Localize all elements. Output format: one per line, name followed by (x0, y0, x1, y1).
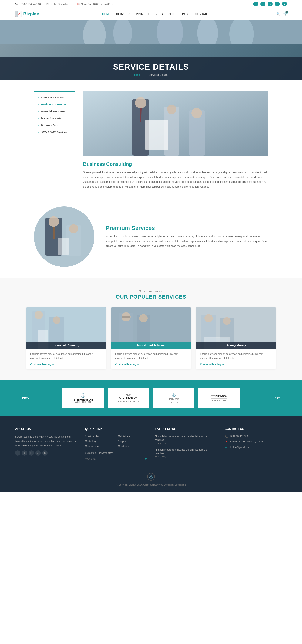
service-card-link-3[interactable]: Continue Reading → (200, 363, 224, 366)
news-link-1[interactable]: Financial express announce the sha list … (155, 434, 217, 442)
nav-shop-link[interactable]: SHOP (168, 12, 176, 16)
service-card-image-2: Investment Advisor (111, 308, 191, 349)
footer-quicklink-title: QUICK LINK (85, 427, 147, 431)
footer-link-management[interactable]: Management (85, 444, 114, 448)
hours-info: ⏰ Mon - Sat, 10:00 am - 4:00 pm (77, 3, 114, 6)
partners-next[interactable]: NEXT → (269, 396, 287, 400)
nav-project[interactable]: PROJECT (136, 12, 149, 16)
svg-point-4 (197, 20, 218, 44)
footer-contact: CONTACT US 📞 +001 (1234) 7890 📍 New Road… (225, 427, 287, 462)
nav-contact-link[interactable]: CONTACT US (195, 12, 213, 16)
news-link-2[interactable]: Financial express announce the sha list … (155, 448, 217, 455)
twitter-link[interactable]: t (260, 2, 265, 6)
footer-link-management-anchor[interactable]: Management (85, 445, 99, 448)
partner-logo-4: STEPHENSON SINCE ★ 1994 (198, 388, 240, 408)
sidebar-item-market-analysis[interactable]: Market Analaysis (34, 115, 75, 122)
news-date-1: 05 Aug 2016 (155, 442, 217, 445)
footer-link-creative-anchor[interactable]: Creative Idea (85, 435, 100, 438)
behance-link[interactable]: Be (268, 2, 272, 6)
sidebar-item-investment-planning[interactable]: Investment Planning (34, 94, 75, 101)
footer-link-marketing[interactable]: Marketing (85, 440, 114, 443)
nav-blog[interactable]: BLOG (155, 12, 163, 16)
search-icon[interactable]: 🔍 (276, 12, 280, 16)
footer-linkedin[interactable]: in (36, 450, 41, 456)
footer-link-support-anchor[interactable]: Support (118, 440, 127, 442)
footer-twitter[interactable]: t (22, 450, 27, 456)
cart-icon[interactable]: 🛒 0 (283, 12, 287, 16)
breadcrumb-separator: → (142, 73, 146, 76)
footer: ABOUT US Sorem ipsum is simply dummy tex… (0, 416, 302, 492)
partners-prev[interactable]: ← PREV (15, 396, 33, 400)
footer-link-maintaince-anchor[interactable]: Maintaince (118, 435, 130, 438)
footer-about-text: Sorem ipsum is simply dummy tex. the pri… (15, 434, 77, 448)
sidebar-item-business-growth[interactable]: Business Growth (34, 122, 75, 129)
hero-content: SERVICE DETAILS Home → Services Details (0, 62, 302, 76)
footer-link-monitoring[interactable]: Monitoring (118, 444, 147, 448)
sidebar-item-seo-smm[interactable]: SEO & SMM Services (34, 129, 75, 136)
footer-facebook[interactable]: f (15, 450, 20, 456)
partner-logo-2: John STEPHENSON FINANCE SECURITY (108, 388, 149, 408)
nav-shop[interactable]: SHOP (168, 12, 176, 16)
service-card-label-1: Financial Planning (27, 342, 106, 349)
footer-news-title: LATEST NEWS (155, 427, 217, 431)
newsletter-submit[interactable]: ➤ (144, 456, 147, 461)
nav-services[interactable]: SERVICES (116, 12, 130, 16)
nav-home-link[interactable]: HOME (102, 12, 111, 16)
svg-rect-34 (122, 316, 130, 318)
newsletter-area: Subscribe Our Newsletter ➤ (85, 452, 147, 462)
partner-name-4a: STEPHENSON (211, 395, 228, 398)
nav-project-link[interactable]: PROJECT (136, 12, 149, 16)
partner-name-2b: STEPHENSON (118, 396, 139, 399)
facebook-link[interactable]: f (253, 2, 258, 6)
partner-logo-inner-1: ⚓ STEPHENSON WEB DESIGN (73, 393, 93, 403)
nav-contact[interactable]: CONTACT US (195, 12, 213, 16)
footer-link-creative[interactable]: Creative Idea (85, 434, 114, 438)
email-icon: ✉ (47, 3, 49, 6)
footer-about: ABOUT US Sorem ipsum is simply dummy tex… (15, 427, 77, 462)
hero-title: SERVICE DETAILS (0, 62, 302, 72)
sidebar: Investment Planning Business Consulting … (34, 92, 76, 192)
footer-google[interactable]: G (42, 450, 48, 456)
popular-services-section: Service we provide OUR POPULER SERVICES … (0, 278, 302, 380)
partner-name-4b: SINCE ★ 1994 (211, 400, 228, 402)
svg-point-1 (83, 20, 106, 44)
footer-behance[interactable]: Be (29, 450, 34, 456)
footer-social: f t Be in G (15, 450, 77, 456)
service-card-link-1[interactable]: Continue Reading → (30, 363, 54, 366)
service-card-desc-3: Facilisis at vero eros et accumsan oddig… (200, 352, 272, 360)
service-card-link-2[interactable]: Continue Reading → (115, 363, 139, 366)
linkedin-link[interactable]: in (275, 2, 280, 6)
partner-name-3a: JOHN DOE (167, 398, 180, 401)
nav-page-link[interactable]: PAGE (182, 12, 190, 16)
footer-link-marketing-anchor[interactable]: Marketing (85, 440, 96, 442)
continue-text-3: Continue Reading (200, 363, 221, 366)
logo-icon: 📈 (15, 11, 22, 17)
footer-link-maintaince[interactable]: Maintaince (118, 434, 147, 438)
service-card-desc-1: Facilisis at vero eros et accumsan oddig… (30, 352, 102, 360)
svg-point-39 (223, 317, 231, 325)
continue-text-2: Continue Reading (115, 363, 136, 366)
continue-arrow-2: → (137, 363, 139, 366)
news-item-1: Financial express announce the sha list … (155, 434, 217, 445)
premium-image (34, 206, 94, 267)
newsletter-form[interactable]: ➤ (85, 456, 147, 462)
pinterest-link[interactable]: ♦ (282, 2, 287, 6)
svg-point-11 (167, 105, 176, 114)
nav-blog-link[interactable]: BLOG (155, 12, 163, 16)
logo[interactable]: 📈 Bizplan (15, 11, 39, 17)
newsletter-input[interactable] (85, 456, 144, 461)
footer-link-support[interactable]: Support (118, 440, 147, 443)
service-card-desc-2: Facilisis at vero eros et accumsan oddig… (115, 352, 187, 360)
partners-section: ← PREV ⚓ STEPHENSON WEB DESIGN John STEP… (0, 380, 302, 416)
breadcrumb-home[interactable]: Home (133, 73, 140, 76)
footer-link-monitoring-anchor[interactable]: Monitoring (118, 445, 130, 448)
sidebar-item-financial-investment[interactable]: Financial Investment (34, 108, 75, 115)
phone-number: +000 (1234) 456 88 (19, 3, 41, 6)
nav-page[interactable]: PAGE (182, 12, 190, 16)
nav-services-link[interactable]: SERVICES (116, 12, 130, 16)
sidebar-item-business-consulting[interactable]: Business Consulting (34, 101, 75, 108)
contact-address: New Road , Homeland , U.S.A (230, 440, 263, 443)
nav-home[interactable]: HOME (102, 12, 111, 16)
footer-quicklink-list: Creative Idea Maintaince Marketing Suppo… (85, 434, 147, 448)
navbar: 📈 Bizplan HOME SERVICES PROJECT BLOG SHO… (0, 8, 302, 20)
